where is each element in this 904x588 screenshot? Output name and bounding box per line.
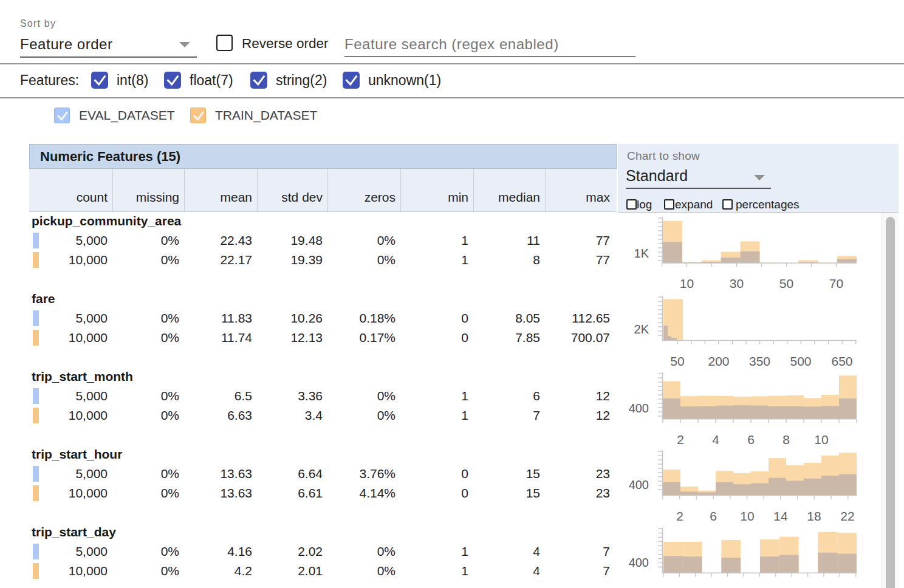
- svg-text:10: 10: [680, 276, 694, 290]
- svg-text:2K: 2K: [634, 323, 649, 336]
- svg-text:70: 70: [829, 276, 843, 290]
- svg-text:350: 350: [749, 354, 770, 368]
- svg-text:650: 650: [831, 354, 852, 368]
- svg-text:400: 400: [629, 478, 649, 491]
- svg-text:200: 200: [708, 354, 729, 368]
- svg-text:18: 18: [807, 509, 821, 523]
- svg-text:10: 10: [740, 509, 754, 523]
- svg-text:500: 500: [790, 354, 811, 368]
- svg-text:400: 400: [629, 402, 649, 415]
- svg-text:1K: 1K: [634, 247, 649, 260]
- svg-text:30: 30: [730, 276, 744, 290]
- svg-text:2: 2: [676, 509, 683, 523]
- svg-text:4: 4: [712, 432, 719, 446]
- svg-text:2: 2: [677, 432, 684, 446]
- svg-text:8: 8: [782, 432, 790, 446]
- svg-text:14: 14: [773, 509, 788, 523]
- svg-text:6: 6: [747, 432, 755, 446]
- svg-text:400: 400: [629, 556, 649, 569]
- svg-text:10: 10: [814, 432, 828, 446]
- svg-text:22: 22: [840, 509, 854, 523]
- svg-text:50: 50: [779, 276, 793, 290]
- svg-text:6: 6: [710, 509, 717, 523]
- svg-text:50: 50: [670, 354, 684, 368]
